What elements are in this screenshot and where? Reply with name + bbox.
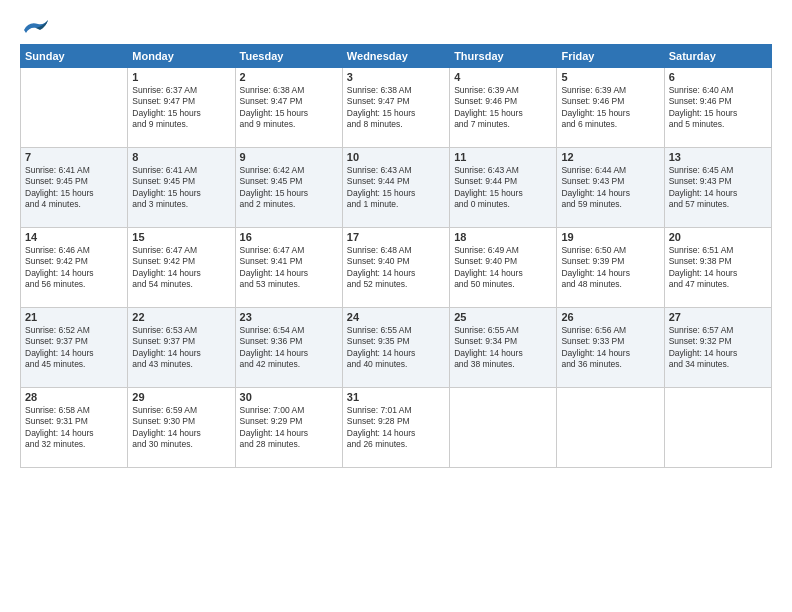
calendar-cell: 19Sunrise: 6:50 AMSunset: 9:39 PMDayligh… — [557, 228, 664, 308]
calendar-week-row: 21Sunrise: 6:52 AMSunset: 9:37 PMDayligh… — [21, 308, 772, 388]
calendar-cell: 5Sunrise: 6:39 AMSunset: 9:46 PMDaylight… — [557, 68, 664, 148]
day-info: Sunrise: 6:41 AMSunset: 9:45 PMDaylight:… — [132, 165, 230, 211]
weekday-header-friday: Friday — [557, 45, 664, 68]
calendar-cell: 9Sunrise: 6:42 AMSunset: 9:45 PMDaylight… — [235, 148, 342, 228]
calendar-cell: 7Sunrise: 6:41 AMSunset: 9:45 PMDaylight… — [21, 148, 128, 228]
calendar-page: SundayMondayTuesdayWednesdayThursdayFrid… — [0, 0, 792, 612]
day-number: 25 — [454, 311, 552, 323]
day-info: Sunrise: 6:39 AMSunset: 9:46 PMDaylight:… — [561, 85, 659, 131]
day-number: 4 — [454, 71, 552, 83]
day-number: 20 — [669, 231, 767, 243]
calendar-cell: 10Sunrise: 6:43 AMSunset: 9:44 PMDayligh… — [342, 148, 449, 228]
day-info: Sunrise: 6:59 AMSunset: 9:30 PMDaylight:… — [132, 405, 230, 451]
day-info: Sunrise: 6:37 AMSunset: 9:47 PMDaylight:… — [132, 85, 230, 131]
calendar-cell: 23Sunrise: 6:54 AMSunset: 9:36 PMDayligh… — [235, 308, 342, 388]
day-number: 5 — [561, 71, 659, 83]
day-number: 8 — [132, 151, 230, 163]
day-number: 29 — [132, 391, 230, 403]
calendar-cell — [21, 68, 128, 148]
calendar-cell: 25Sunrise: 6:55 AMSunset: 9:34 PMDayligh… — [450, 308, 557, 388]
day-number: 12 — [561, 151, 659, 163]
calendar-week-row: 28Sunrise: 6:58 AMSunset: 9:31 PMDayligh… — [21, 388, 772, 468]
calendar-cell: 15Sunrise: 6:47 AMSunset: 9:42 PMDayligh… — [128, 228, 235, 308]
day-number: 16 — [240, 231, 338, 243]
weekday-header-row: SundayMondayTuesdayWednesdayThursdayFrid… — [21, 45, 772, 68]
day-number: 1 — [132, 71, 230, 83]
calendar-cell: 13Sunrise: 6:45 AMSunset: 9:43 PMDayligh… — [664, 148, 771, 228]
day-number: 18 — [454, 231, 552, 243]
day-number: 14 — [25, 231, 123, 243]
day-info: Sunrise: 6:39 AMSunset: 9:46 PMDaylight:… — [454, 85, 552, 131]
weekday-header-saturday: Saturday — [664, 45, 771, 68]
day-number: 10 — [347, 151, 445, 163]
calendar-cell — [664, 388, 771, 468]
calendar-cell: 27Sunrise: 6:57 AMSunset: 9:32 PMDayligh… — [664, 308, 771, 388]
day-info: Sunrise: 6:38 AMSunset: 9:47 PMDaylight:… — [347, 85, 445, 131]
day-info: Sunrise: 6:54 AMSunset: 9:36 PMDaylight:… — [240, 325, 338, 371]
header — [20, 16, 772, 36]
day-number: 26 — [561, 311, 659, 323]
day-info: Sunrise: 6:43 AMSunset: 9:44 PMDaylight:… — [347, 165, 445, 211]
day-info: Sunrise: 6:52 AMSunset: 9:37 PMDaylight:… — [25, 325, 123, 371]
calendar-cell — [557, 388, 664, 468]
day-info: Sunrise: 6:51 AMSunset: 9:38 PMDaylight:… — [669, 245, 767, 291]
calendar-cell: 20Sunrise: 6:51 AMSunset: 9:38 PMDayligh… — [664, 228, 771, 308]
day-number: 11 — [454, 151, 552, 163]
weekday-header-thursday: Thursday — [450, 45, 557, 68]
day-number: 2 — [240, 71, 338, 83]
day-info: Sunrise: 6:48 AMSunset: 9:40 PMDaylight:… — [347, 245, 445, 291]
calendar-cell: 12Sunrise: 6:44 AMSunset: 9:43 PMDayligh… — [557, 148, 664, 228]
day-info: Sunrise: 6:46 AMSunset: 9:42 PMDaylight:… — [25, 245, 123, 291]
day-info: Sunrise: 6:55 AMSunset: 9:34 PMDaylight:… — [454, 325, 552, 371]
day-number: 24 — [347, 311, 445, 323]
day-info: Sunrise: 6:44 AMSunset: 9:43 PMDaylight:… — [561, 165, 659, 211]
day-number: 28 — [25, 391, 123, 403]
day-number: 21 — [25, 311, 123, 323]
day-info: Sunrise: 6:41 AMSunset: 9:45 PMDaylight:… — [25, 165, 123, 211]
day-info: Sunrise: 6:53 AMSunset: 9:37 PMDaylight:… — [132, 325, 230, 371]
day-info: Sunrise: 7:00 AMSunset: 9:29 PMDaylight:… — [240, 405, 338, 451]
day-number: 17 — [347, 231, 445, 243]
day-number: 7 — [25, 151, 123, 163]
calendar-week-row: 1Sunrise: 6:37 AMSunset: 9:47 PMDaylight… — [21, 68, 772, 148]
day-number: 9 — [240, 151, 338, 163]
day-number: 15 — [132, 231, 230, 243]
calendar-cell: 14Sunrise: 6:46 AMSunset: 9:42 PMDayligh… — [21, 228, 128, 308]
calendar-cell: 31Sunrise: 7:01 AMSunset: 9:28 PMDayligh… — [342, 388, 449, 468]
day-number: 6 — [669, 71, 767, 83]
calendar-cell: 18Sunrise: 6:49 AMSunset: 9:40 PMDayligh… — [450, 228, 557, 308]
calendar-cell: 24Sunrise: 6:55 AMSunset: 9:35 PMDayligh… — [342, 308, 449, 388]
calendar-cell — [450, 388, 557, 468]
logo-bird-icon — [22, 16, 50, 36]
weekday-header-monday: Monday — [128, 45, 235, 68]
calendar-cell: 28Sunrise: 6:58 AMSunset: 9:31 PMDayligh… — [21, 388, 128, 468]
day-number: 31 — [347, 391, 445, 403]
day-number: 30 — [240, 391, 338, 403]
day-info: Sunrise: 6:47 AMSunset: 9:42 PMDaylight:… — [132, 245, 230, 291]
calendar-cell: 3Sunrise: 6:38 AMSunset: 9:47 PMDaylight… — [342, 68, 449, 148]
day-info: Sunrise: 6:55 AMSunset: 9:35 PMDaylight:… — [347, 325, 445, 371]
calendar-week-row: 7Sunrise: 6:41 AMSunset: 9:45 PMDaylight… — [21, 148, 772, 228]
day-number: 13 — [669, 151, 767, 163]
day-info: Sunrise: 6:45 AMSunset: 9:43 PMDaylight:… — [669, 165, 767, 211]
day-info: Sunrise: 6:58 AMSunset: 9:31 PMDaylight:… — [25, 405, 123, 451]
calendar-cell: 4Sunrise: 6:39 AMSunset: 9:46 PMDaylight… — [450, 68, 557, 148]
day-info: Sunrise: 6:56 AMSunset: 9:33 PMDaylight:… — [561, 325, 659, 371]
calendar-cell: 26Sunrise: 6:56 AMSunset: 9:33 PMDayligh… — [557, 308, 664, 388]
calendar-week-row: 14Sunrise: 6:46 AMSunset: 9:42 PMDayligh… — [21, 228, 772, 308]
day-info: Sunrise: 6:50 AMSunset: 9:39 PMDaylight:… — [561, 245, 659, 291]
day-number: 23 — [240, 311, 338, 323]
calendar-cell: 21Sunrise: 6:52 AMSunset: 9:37 PMDayligh… — [21, 308, 128, 388]
day-number: 27 — [669, 311, 767, 323]
day-info: Sunrise: 6:43 AMSunset: 9:44 PMDaylight:… — [454, 165, 552, 211]
day-info: Sunrise: 6:38 AMSunset: 9:47 PMDaylight:… — [240, 85, 338, 131]
day-info: Sunrise: 6:40 AMSunset: 9:46 PMDaylight:… — [669, 85, 767, 131]
day-info: Sunrise: 6:49 AMSunset: 9:40 PMDaylight:… — [454, 245, 552, 291]
calendar-cell: 29Sunrise: 6:59 AMSunset: 9:30 PMDayligh… — [128, 388, 235, 468]
calendar-cell: 2Sunrise: 6:38 AMSunset: 9:47 PMDaylight… — [235, 68, 342, 148]
calendar-cell: 6Sunrise: 6:40 AMSunset: 9:46 PMDaylight… — [664, 68, 771, 148]
calendar-cell: 17Sunrise: 6:48 AMSunset: 9:40 PMDayligh… — [342, 228, 449, 308]
calendar-cell: 16Sunrise: 6:47 AMSunset: 9:41 PMDayligh… — [235, 228, 342, 308]
weekday-header-wednesday: Wednesday — [342, 45, 449, 68]
calendar-cell: 8Sunrise: 6:41 AMSunset: 9:45 PMDaylight… — [128, 148, 235, 228]
